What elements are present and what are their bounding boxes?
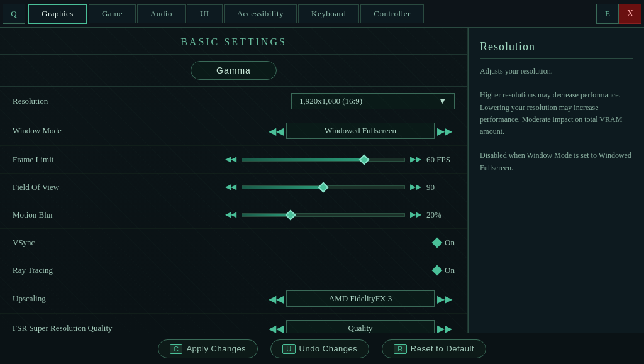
control-ray-tracing: On [138, 265, 455, 275]
tab-keyboard[interactable]: Keyboard [298, 4, 359, 23]
sidebar-description: Adjusts your resolution. Higher resoluti… [480, 65, 633, 174]
frame-limit-value: 60 FPS [426, 155, 455, 165]
tab-audio[interactable]: Audio [137, 4, 186, 23]
fov-slider-left-icon[interactable]: ◀◀ [225, 182, 236, 192]
nav-right-icon[interactable]: E [596, 4, 619, 24]
tab-graphics[interactable]: Graphics [28, 4, 87, 24]
motion-blur-slider[interactable] [242, 213, 405, 217]
setting-row-fsr: FSR Super Resolution Quality ◀◀ Quality … [0, 314, 467, 333]
fov-value: 90 [426, 182, 455, 192]
top-nav: Q Graphics Game Audio UI Accessibility K… [0, 0, 644, 28]
label-upscaling: Upscaling [13, 294, 138, 304]
control-frame-limit: ◀◀ ▶▶ 60 FPS [138, 155, 455, 165]
undo-label: Undo Changes [299, 344, 358, 353]
fsr-selector: ◀◀ Quality ▶▶ [266, 320, 455, 333]
label-frame-limit: Frame Limit [13, 155, 138, 165]
tab-controller[interactable]: Controller [360, 4, 423, 23]
reset-label: Reset to Default [411, 344, 474, 353]
vsync-toggle[interactable]: On [433, 238, 455, 248]
slider-fill [242, 158, 364, 161]
control-window-mode: ◀◀ Windowed Fullscreen ▶▶ [138, 123, 455, 139]
dropdown-arrow-icon: ▼ [438, 96, 447, 106]
gamma-button[interactable]: Gamma [191, 61, 277, 80]
undo-changes-button[interactable]: U Undo Changes [270, 339, 369, 358]
motion-blur-fill [242, 214, 291, 216]
control-motion-blur: ◀◀ ▶▶ 20% [138, 210, 455, 220]
resolution-dropdown[interactable]: 1,920x1,080 (16:9) ▼ [291, 93, 455, 109]
motion-blur-slider-right-icon[interactable]: ▶▶ [410, 210, 421, 219]
setting-row-resolution: Resolution 1,920x1,080 (16:9) ▼ [0, 87, 467, 116]
label-window-mode: Window Mode [13, 126, 138, 136]
setting-row-motion-blur: Motion Blur ◀◀ ▶▶ 20% [0, 201, 467, 229]
vsync-toggle-icon [432, 237, 443, 248]
tab-accessibility[interactable]: Accessibility [224, 4, 297, 23]
ray-tracing-toggle[interactable]: On [433, 265, 455, 275]
vsync-value: On [445, 238, 455, 248]
fov-slider-fill [242, 186, 323, 189]
label-motion-blur: Motion Blur [13, 210, 138, 220]
control-fsr: ◀◀ Quality ▶▶ [138, 320, 455, 333]
fov-slider-right-icon[interactable]: ▶▶ [410, 182, 421, 192]
section-title: Basic Settings [0, 28, 467, 55]
slider-right-arrows-icon[interactable]: ▶▶ [410, 155, 421, 164]
right-panel: Resolution Adjusts your resolution. High… [468, 28, 644, 333]
ray-tracing-value: On [445, 265, 455, 275]
apply-label: Apply Changes [186, 344, 246, 353]
upscaling-selector: ◀◀ AMD FidelityFX 3 ▶▶ [266, 290, 455, 307]
fsr-value: Quality [286, 320, 435, 333]
fov-slider[interactable] [242, 185, 405, 189]
fov-slider-thumb[interactable] [318, 182, 329, 192]
setting-row-ray-tracing: Ray Tracing On [0, 256, 467, 284]
arrow-right-icon[interactable]: ▶▶ [435, 125, 455, 137]
ray-tracing-toggle-icon [432, 265, 443, 275]
left-panel: Basic Settings Gamma Resolution 1,920x1,… [0, 28, 468, 333]
setting-row-frame-limit: Frame Limit ◀◀ ▶▶ 60 FPS [0, 146, 467, 174]
reset-to-default-button[interactable]: R Reset to Default [382, 339, 486, 358]
control-upscaling: ◀◀ AMD FidelityFX 3 ▶▶ [138, 290, 455, 307]
apply-key-badge: C [170, 344, 182, 354]
label-vsync: VSync [13, 238, 138, 248]
main-layout: Basic Settings Gamma Resolution 1,920x1,… [0, 28, 644, 333]
reset-key-badge: R [394, 344, 406, 354]
control-resolution: 1,920x1,080 (16:9) ▼ [138, 93, 455, 109]
apply-changes-button[interactable]: C Apply Changes [158, 339, 258, 358]
close-button[interactable]: X [619, 4, 641, 24]
tab-game[interactable]: Game [89, 4, 136, 23]
window-mode-value: Windowed Fullscreen [286, 123, 435, 139]
frame-limit-slider[interactable] [242, 158, 405, 162]
control-vsync: On [138, 238, 455, 248]
label-resolution: Resolution [13, 96, 138, 106]
gamma-btn-wrap: Gamma [0, 55, 467, 87]
setting-row-window-mode: Window Mode ◀◀ Windowed Fullscreen ▶▶ [0, 116, 467, 146]
settings-list: Resolution 1,920x1,080 (16:9) ▼ Window M… [0, 87, 467, 333]
label-fov: Field Of View [13, 182, 138, 192]
motion-blur-thumb[interactable] [286, 209, 296, 220]
bottom-bar: C Apply Changes U Undo Changes R Reset t… [0, 333, 644, 364]
upscaling-value: AMD FidelityFX 3 [286, 290, 435, 307]
motion-blur-slider-left-icon[interactable]: ◀◀ [225, 210, 236, 219]
undo-key-badge: U [282, 344, 295, 354]
sidebar-title: Resolution [480, 40, 633, 59]
upscaling-right-icon[interactable]: ▶▶ [435, 293, 455, 305]
setting-row-upscaling: Upscaling ◀◀ AMD FidelityFX 3 ▶▶ [0, 284, 467, 314]
upscaling-left-icon[interactable]: ◀◀ [266, 293, 286, 305]
setting-row-fov: Field Of View ◀◀ ▶▶ 90 [0, 174, 467, 201]
tab-ui[interactable]: UI [187, 4, 223, 23]
setting-row-vsync: VSync On [0, 229, 467, 256]
arrow-left-icon[interactable]: ◀◀ [266, 125, 286, 137]
nav-left-icon[interactable]: Q [3, 4, 25, 24]
window-mode-selector: ◀◀ Windowed Fullscreen ▶▶ [266, 123, 455, 139]
control-fov: ◀◀ ▶▶ 90 [138, 182, 455, 192]
slider-left-arrows-icon[interactable]: ◀◀ [225, 155, 236, 164]
label-fsr: FSR Super Resolution Quality [13, 323, 138, 333]
fsr-right-icon[interactable]: ▶▶ [435, 323, 455, 333]
label-ray-tracing: Ray Tracing [13, 265, 138, 275]
fsr-left-icon[interactable]: ◀◀ [266, 323, 286, 333]
slider-thumb[interactable] [358, 154, 369, 165]
nav-tabs: Graphics Game Audio UI Accessibility Key… [25, 0, 596, 27]
motion-blur-value: 20% [426, 210, 455, 220]
